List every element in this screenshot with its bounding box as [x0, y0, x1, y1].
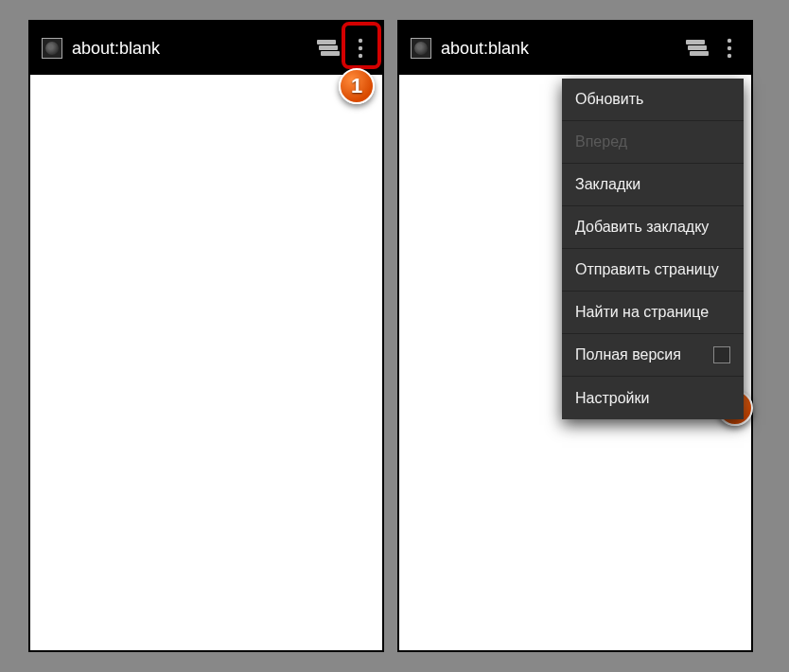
svg-point-4	[359, 46, 362, 50]
menu-item-refresh[interactable]: Обновить	[562, 79, 744, 121]
svg-point-11	[728, 54, 731, 58]
svg-point-5	[359, 54, 362, 58]
menu-item-add-bookmark[interactable]: Добавить закладку	[562, 206, 744, 249]
page-content	[30, 75, 382, 650]
menu-icon[interactable]	[344, 29, 377, 67]
svg-rect-7	[688, 45, 707, 50]
menu-item-find-on-page[interactable]: Найти на странице	[562, 292, 744, 334]
callout-1: 1	[339, 68, 375, 104]
overflow-menu: Обновить Вперед Закладки Добавить заклад…	[562, 79, 744, 419]
svg-point-10	[728, 46, 731, 50]
globe-icon	[411, 38, 431, 59]
menu-item-bookmarks[interactable]: Закладки	[562, 164, 744, 206]
tabs-icon[interactable]	[681, 29, 713, 67]
globe-icon	[42, 38, 62, 59]
browser-toolbar: about:blank	[30, 22, 382, 75]
browser-toolbar: about:blank	[399, 22, 751, 75]
phone-screenshot-right: about:blank Обновить Вперед Закладки Доб…	[397, 20, 753, 652]
phone-screenshot-left: about:blank	[28, 20, 384, 652]
menu-item-settings[interactable]: Настройки	[562, 377, 744, 419]
svg-rect-6	[686, 40, 705, 44]
menu-item-desktop-version[interactable]: Полная версия	[562, 334, 744, 377]
svg-rect-0	[317, 40, 336, 44]
svg-point-3	[359, 39, 362, 43]
menu-icon[interactable]	[713, 29, 745, 67]
svg-rect-8	[690, 51, 709, 56]
svg-point-9	[728, 39, 731, 43]
menu-item-forward: Вперед	[562, 121, 744, 164]
menu-item-send-page[interactable]: Отправить страницу	[562, 249, 744, 292]
address-bar[interactable]: about:blank	[72, 39, 312, 59]
tabs-icon[interactable]	[312, 29, 344, 67]
svg-rect-2	[321, 51, 340, 56]
address-bar[interactable]: about:blank	[441, 39, 681, 59]
desktop-version-checkbox[interactable]	[713, 346, 730, 363]
svg-rect-1	[319, 45, 338, 50]
menu-item-label: Полная версия	[575, 346, 681, 363]
